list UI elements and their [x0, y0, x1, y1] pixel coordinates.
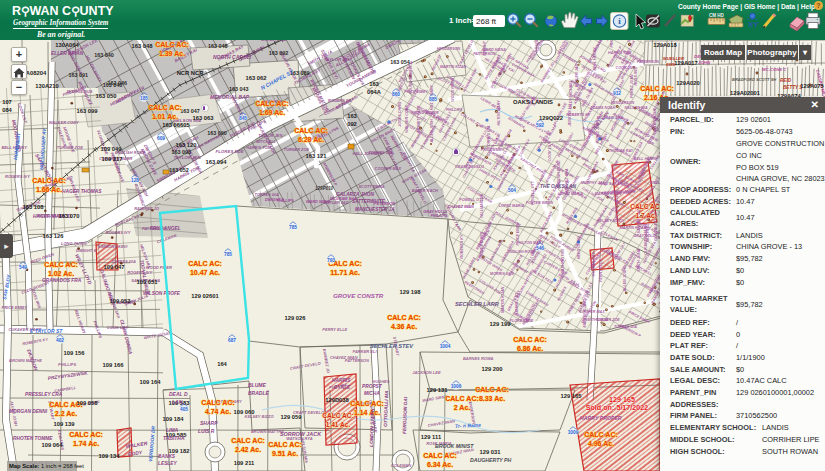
svg-text:6.28 Ac.: 6.28 Ac.	[298, 136, 324, 143]
svg-text:2 Ac.: 2 Ac.	[454, 404, 471, 411]
svg-text:CALC AC:: CALC AC:	[201, 399, 235, 406]
svg-text:064A: 064A	[367, 89, 382, 95]
svg-text:164: 164	[217, 361, 227, 367]
svg-text:LUIS R: LUIS R	[198, 428, 215, 434]
svg-text:1.7 Ac.: 1.7 Ac.	[635, 212, 656, 219]
svg-text:687: 687	[228, 338, 236, 343]
svg-text:1009: 1009	[568, 430, 579, 435]
svg-text:163 048: 163 048	[103, 82, 123, 88]
svg-text:PROPST: PROPST	[362, 384, 383, 389]
svg-text:109 166: 109 166	[103, 362, 125, 368]
svg-text:XY: XY	[748, 20, 759, 29]
svg-text:109 060: 109 060	[234, 409, 255, 415]
svg-text:LIMA: LIMA	[166, 427, 179, 433]
svg-text:PHILLIPS: PHILLIPS	[446, 108, 463, 112]
svg-text:SORROW JACK: SORROW JACK	[280, 431, 322, 437]
svg-text:129A020: 129A020	[676, 80, 700, 86]
svg-text:549: 549	[19, 265, 27, 270]
svg-text:SMITH JULIA: SMITH JULIA	[637, 248, 641, 271]
svg-text:GRAY HOLLY: GRAY HOLLY	[423, 210, 448, 214]
svg-text:CYNLE: CYNLE	[334, 385, 351, 390]
svg-text:TAYLOR JEN: TAYLOR JEN	[174, 155, 202, 160]
svg-text:2.2 Ac.: 2.2 Ac.	[55, 410, 77, 417]
svg-text:129 198: 129 198	[400, 289, 422, 295]
svg-text:SHARP: SHARP	[200, 420, 218, 426]
svg-text:DWIGHT S: DWIGHT S	[265, 198, 284, 202]
svg-text:163 062: 163 062	[246, 75, 267, 81]
svg-text:LONG QUINN: LONG QUINN	[61, 241, 87, 246]
svg-text:4.74 Ac.: 4.74 Ac.	[205, 408, 231, 415]
svg-text:860: 860	[392, 92, 400, 97]
svg-text:TORRES GIA: TORRES GIA	[255, 192, 279, 197]
svg-text:FLORES EDE: FLORES EDE	[216, 149, 245, 154]
svg-text:163: 163	[347, 113, 357, 119]
svg-text:COOK LILY: COOK LILY	[107, 325, 129, 330]
svg-text:TABITHA: TABITHA	[163, 435, 185, 441]
svg-text:129 02601: 129 02601	[191, 293, 219, 299]
svg-text:2.42 Ac.: 2.42 Ac.	[235, 446, 261, 453]
svg-text:E TAYLOR ST: E TAYLOR ST	[30, 328, 63, 334]
svg-text:163 108: 163 108	[23, 204, 45, 210]
svg-text:COLEMAN: COLEMAN	[391, 463, 411, 468]
svg-text:163 050: 163 050	[96, 93, 117, 99]
svg-text:129A018: 129A018	[653, 42, 677, 48]
svg-text:785: 785	[224, 252, 232, 257]
svg-text:1.02 Ac.: 1.02 Ac.	[48, 270, 74, 277]
svg-text:JONES CHRIS: JONES CHRIS	[398, 101, 402, 127]
svg-text:1.14 Ac.: 1.14 Ac.	[354, 409, 380, 416]
svg-text:LESLEY: LESLEY	[158, 461, 177, 466]
svg-text:CALC AC:: CALC AC:	[630, 203, 662, 210]
svg-text:130A064: 130A064	[55, 42, 79, 48]
svg-text:WARD SIENA: WARD SIENA	[306, 200, 331, 204]
svg-text:1006: 1006	[451, 384, 462, 389]
svg-text:163 06605: 163 06605	[162, 122, 190, 128]
svg-text:TURNER ZOE: TURNER ZOE	[284, 147, 310, 152]
svg-text:163 090: 163 090	[207, 130, 227, 136]
svg-text:WOOD PIPER: WOOD PIPER	[451, 77, 455, 101]
svg-text:129 059: 129 059	[281, 414, 303, 420]
svg-text:MARTIN KIJAN: MARTIN KIJAN	[440, 65, 467, 69]
svg-text:CALC AC:: CALC AC:	[69, 431, 103, 438]
svg-text:JENKINS LU: JENKINS LU	[568, 104, 572, 126]
svg-text:PEREZ JUAN: PEREZ JUAN	[630, 74, 634, 98]
svg-text:WRIGHT SA: WRIGHT SA	[261, 40, 286, 42]
svg-text:1.74 Ac.: 1.74 Ac.	[73, 440, 99, 447]
svg-text:546: 546	[536, 246, 544, 251]
svg-text:THOMAS RAY: THOMAS RAY	[592, 252, 596, 277]
svg-text:CALC AC:: CALC AC:	[584, 431, 618, 438]
svg-text:CALC AC:: CALC AC:	[475, 386, 509, 393]
svg-text:109 134: 109 134	[99, 453, 121, 459]
svg-text:CALC AC:: CALC AC:	[255, 100, 289, 107]
svg-text:8.33 Ac.: 8.33 Ac.	[479, 395, 505, 402]
svg-text:CALC AC:: CALC AC:	[294, 127, 328, 134]
svg-text:609: 609	[157, 136, 165, 141]
svg-text:ROGERS IVY: ROGERS IVY	[127, 270, 152, 275]
svg-text:BROWN MATTHE: BROWN MATTHE	[9, 358, 42, 363]
svg-text:130A210: 130A210	[35, 83, 59, 89]
svg-text:SMITH JULIA: SMITH JULIA	[585, 318, 608, 322]
svg-text:109 156: 109 156	[64, 350, 86, 356]
svg-text:MITCHELL: MITCHELL	[256, 139, 276, 144]
svg-text:793: 793	[327, 258, 335, 263]
svg-text:CALC AC:: CALC AC:	[513, 336, 547, 343]
svg-text:163 052: 163 052	[169, 167, 189, 173]
svg-text:ROBERTS KY: ROBERTS KY	[460, 234, 464, 259]
svg-text:CALC AC:: CALC AC:	[188, 260, 222, 267]
svg-text:COOPER MAX: COOPER MAX	[580, 310, 606, 314]
svg-text:SECHLER LARR: SECHLER LARR	[455, 301, 499, 307]
svg-text:129A017: 129A017	[674, 60, 698, 66]
svg-text:845: 845	[239, 116, 247, 121]
svg-text:163 099: 163 099	[77, 108, 99, 114]
svg-text:DEAL D: DEAL D	[169, 391, 188, 397]
svg-text:GROVE CONSTR: GROVE CONSTR	[333, 292, 384, 299]
svg-text:PHILLIPS: PHILLIPS	[431, 214, 449, 218]
svg-text:129 200: 129 200	[482, 366, 503, 372]
svg-text:163 094: 163 094	[206, 159, 228, 165]
svg-text:HARRIS TOM: HARRIS TOM	[246, 145, 271, 150]
svg-text:CALC AC:: CALC AC:	[322, 412, 354, 419]
svg-text:COOK LILY: COOK LILY	[548, 141, 552, 161]
svg-text:109 053: 109 053	[110, 298, 132, 304]
svg-text:MEMORIAL BAP: MEMORIAL BAP	[210, 94, 250, 100]
svg-text:ROGERS IVY: ROGERS IVY	[5, 174, 30, 179]
svg-text:JOHN: JOHN	[698, 60, 711, 65]
